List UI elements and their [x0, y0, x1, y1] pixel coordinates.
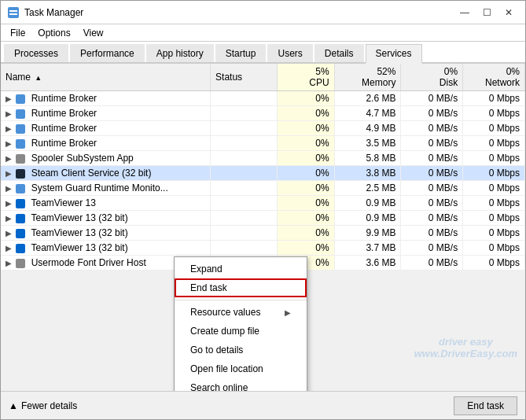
process-status-cell — [211, 106, 278, 121]
process-network-cell: 0 Mbps — [463, 181, 525, 196]
context-menu-item-open-file-location[interactable]: Open file location — [175, 359, 307, 378]
process-cpu-cell: 0% — [277, 241, 334, 256]
process-name-cell: ▶ TeamViewer 13 — [1, 196, 211, 211]
expand-arrow-icon: ▶ — [6, 229, 13, 238]
process-memory-cell: 2.5 MB — [334, 181, 401, 196]
network-column-header[interactable]: 0% Network — [463, 64, 525, 91]
tab-details[interactable]: Details — [314, 44, 364, 62]
process-name-label: TeamViewer 13 (32 bit) — [31, 242, 127, 253]
process-name-cell: ▶ System Guard Runtime Monito... — [1, 181, 211, 196]
disk-column-header[interactable]: 0% Disk — [401, 64, 463, 91]
title-bar: Task Manager — ☐ ✕ — [1, 1, 525, 24]
table-row[interactable]: ▶ TeamViewer 13 (32 bit) 0% 9.9 MB 0 MB/… — [1, 226, 525, 241]
maximize-button[interactable]: ☐ — [476, 5, 497, 20]
menu-bar: File Options View — [1, 24, 525, 42]
process-status-cell — [211, 196, 278, 211]
tab-app-history[interactable]: App history — [146, 44, 214, 62]
table-row[interactable]: ▶ System Guard Runtime Monito... 0% 2.5 … — [1, 181, 525, 196]
menu-view[interactable]: View — [77, 26, 110, 40]
process-icon — [16, 109, 25, 119]
process-memory-cell: 5.8 MB — [334, 151, 401, 166]
ctx-item-label: Search online — [190, 382, 248, 391]
tab-performance[interactable]: Performance — [70, 44, 145, 62]
context-menu-item-search-online[interactable]: Search online — [175, 378, 307, 391]
context-menu-item-go-to-details[interactable]: Go to details — [175, 341, 307, 359]
watermark: driver easy www.DriverEasy.com — [414, 336, 517, 359]
process-name-label: Runtime Broker — [31, 93, 97, 104]
process-memory-cell: 4.7 MB — [334, 106, 401, 121]
fewer-details-label: Fewer details — [21, 400, 77, 411]
ctx-item-label: Expand — [190, 263, 223, 274]
process-status-cell — [211, 151, 278, 166]
process-name-cell: ▶ Runtime Broker — [1, 121, 211, 136]
process-cpu-cell: 0% — [277, 91, 334, 106]
status-column-header[interactable]: Status — [211, 64, 278, 91]
table-row[interactable]: ▶ Steam Client Service (32 bit) 0% 3.8 M… — [1, 166, 525, 181]
process-name-cell: ▶ Spooler SubSystem App — [1, 151, 211, 166]
process-icon — [16, 139, 25, 149]
context-menu-item-resource-values[interactable]: Resource values▶ — [175, 303, 307, 322]
process-status-cell — [211, 241, 278, 256]
process-status-cell — [211, 181, 278, 196]
ctx-item-label: Open file location — [190, 363, 263, 374]
table-row[interactable]: ▶ Runtime Broker 0% 4.9 MB 0 MB/s 0 Mbps — [1, 121, 525, 136]
tab-bar: Processes Performance App history Startu… — [1, 42, 525, 64]
process-name-cell: ▶ TeamViewer 13 (32 bit) — [1, 226, 211, 241]
memory-column-header[interactable]: 52% Memory — [334, 64, 401, 91]
context-menu-item-end-task[interactable]: End task — [175, 278, 307, 297]
context-menu-item-create-dump-file[interactable]: Create dump file — [175, 322, 307, 341]
expand-arrow-icon: ▶ — [6, 244, 13, 252]
close-button[interactable]: ✕ — [498, 5, 519, 20]
tab-startup[interactable]: Startup — [215, 44, 267, 62]
table-row[interactable]: ▶ Runtime Broker 0% 4.7 MB 0 MB/s 0 Mbps — [1, 106, 525, 121]
process-status-cell — [211, 136, 278, 151]
process-disk-cell: 0 MB/s — [401, 226, 463, 241]
process-name-cell: ▶ Steam Client Service (32 bit) — [1, 166, 211, 181]
process-network-cell: 0 Mbps — [463, 136, 525, 151]
process-network-cell: 0 Mbps — [463, 196, 525, 211]
process-memory-cell: 2.6 MB — [334, 91, 401, 106]
context-menu-item-expand[interactable]: Expand — [175, 260, 307, 278]
table-row[interactable]: ▶ TeamViewer 13 0% 0.9 MB 0 MB/s 0 Mbps — [1, 196, 525, 211]
menu-file[interactable]: File — [4, 26, 31, 40]
tab-users[interactable]: Users — [267, 44, 312, 62]
tab-services[interactable]: Services — [366, 44, 422, 64]
end-task-button[interactable]: End task — [454, 396, 517, 415]
process-name-label: Runtime Broker — [31, 123, 97, 134]
table-row[interactable]: ▶ Runtime Broker 0% 2.6 MB 0 MB/s 0 Mbps — [1, 91, 525, 106]
table-row[interactable]: ▶ TeamViewer 13 (32 bit) 0% 0.9 MB 0 MB/… — [1, 211, 525, 226]
process-icon — [16, 214, 25, 223]
table-row[interactable]: ▶ TeamViewer 13 (32 bit) 0% 3.7 MB 0 MB/… — [1, 241, 525, 256]
process-name-cell: ▶ Runtime Broker — [1, 106, 211, 121]
svg-rect-1 — [9, 10, 17, 12]
svg-rect-2 — [9, 13, 17, 15]
expand-arrow-icon: ▶ — [6, 94, 13, 103]
table-row[interactable]: ▶ Runtime Broker 0% 3.5 MB 0 MB/s 0 Mbps — [1, 136, 525, 151]
process-name-label: TeamViewer 13 (32 bit) — [31, 212, 127, 223]
expand-arrow-icon: ▶ — [6, 154, 13, 163]
process-icon — [16, 124, 25, 134]
fewer-details-button[interactable]: ▲ Fewer details — [9, 400, 77, 411]
process-icon — [16, 169, 25, 179]
ctx-item-label: End task — [190, 282, 227, 293]
process-status-cell — [211, 91, 278, 106]
process-disk-cell: 0 MB/s — [401, 106, 463, 121]
process-cpu-cell: 0% — [277, 166, 334, 181]
table-row[interactable]: ▶ Spooler SubSystem App 0% 5.8 MB 0 MB/s… — [1, 151, 525, 166]
process-disk-cell: 0 MB/s — [401, 121, 463, 136]
ctx-item-label: Resource values — [190, 307, 260, 318]
name-column-header[interactable]: Name ▲ — [1, 64, 211, 91]
minimize-button[interactable]: — — [454, 5, 475, 20]
tab-processes[interactable]: Processes — [4, 44, 68, 62]
menu-options[interactable]: Options — [31, 26, 76, 40]
process-memory-cell: 3.8 MB — [334, 166, 401, 181]
process-table: Name ▲ Status 5% CPU 52% Memory — [1, 64, 525, 271]
process-memory-cell: 3.7 MB — [334, 241, 401, 256]
process-cpu-cell: 0% — [277, 106, 334, 121]
process-network-cell: 0 Mbps — [463, 241, 525, 256]
process-icon — [16, 154, 25, 164]
cpu-column-header[interactable]: 5% CPU — [277, 64, 334, 91]
process-network-cell: 0 Mbps — [463, 256, 525, 271]
process-memory-cell: 3.5 MB — [334, 136, 401, 151]
process-icon — [16, 199, 25, 208]
